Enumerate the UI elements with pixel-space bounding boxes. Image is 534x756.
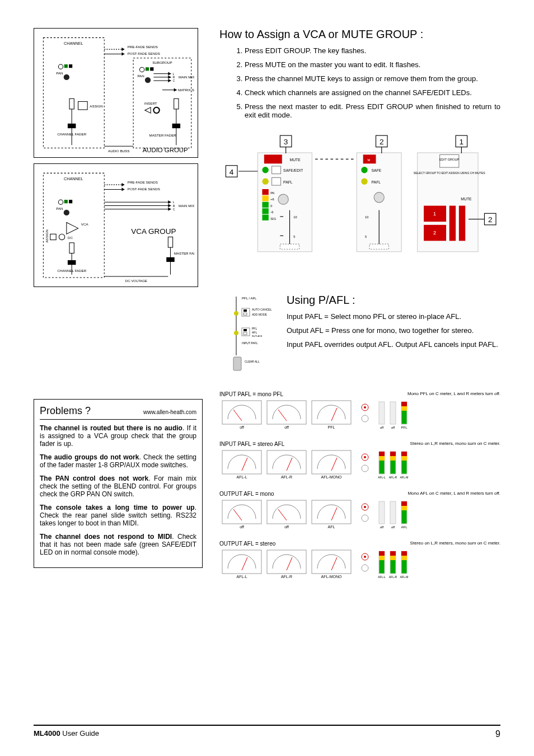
svg-rect-136: [369, 244, 388, 249]
svg-rect-233: [401, 506, 407, 510]
svg-text:3: 3: [284, 138, 288, 146]
svg-rect-204: [379, 452, 385, 456]
problems-url: www.allen-heath.com: [143, 409, 196, 415]
svg-point-182: [362, 415, 368, 422]
pafl-para: Output AFL = Press one for mono, two tog…: [287, 326, 500, 335]
svg-rect-57: [64, 200, 68, 203]
svg-text:MATRIX SEND: MATRIX SEND: [178, 88, 194, 92]
svg-text:MUTE: MUTE: [290, 158, 301, 162]
svg-text:AFL-R: AFL-R: [389, 476, 397, 479]
svg-marker-54: [121, 187, 124, 191]
vca-group-diagram: CHANNEL PRE-FADE SENDS POST-FADE SENDS P…: [34, 163, 198, 287]
svg-text:VCA GROUP: VCA GROUP: [131, 227, 176, 236]
svg-rect-81: [168, 237, 172, 247]
footer-page: 9: [495, 729, 500, 739]
svg-rect-102: [272, 166, 281, 174]
svg-marker-64: [168, 204, 171, 207]
svg-rect-105: [272, 177, 281, 185]
svg-rect-39: [78, 101, 88, 110]
meter-row: off off AFL off off AFL: [219, 499, 427, 530]
svg-rect-11: [69, 64, 72, 68]
svg-point-132: [374, 192, 384, 203]
svg-rect-16: [150, 67, 153, 71]
svg-rect-253: [390, 556, 396, 560]
meter-title-l: INPUT PAFL = stereo AFL: [219, 441, 284, 447]
step-item: Press the next master to edit. Press EDI…: [245, 102, 500, 119]
vca-mute-title: How to Assign a VCA or MUTE GROUP :: [219, 28, 500, 41]
svg-text:POST-FADE SENDS: POST-FADE SENDS: [128, 51, 160, 55]
meter-title-l: OUTPUT AFL = mono: [219, 491, 274, 497]
svg-text:M: M: [368, 158, 371, 162]
svg-marker-3: [121, 48, 124, 51]
svg-marker-24: [168, 79, 171, 82]
problem-item: The audio groups do not work. Check the …: [40, 453, 196, 469]
problems-title: Problems ?: [40, 405, 91, 417]
svg-text:C: C: [173, 79, 175, 82]
svg-point-128: [361, 167, 367, 173]
svg-text:SIG: SIG: [270, 217, 276, 220]
svg-rect-169: [233, 357, 241, 370]
svg-text:CHANNEL: CHANNEL: [64, 176, 83, 181]
svg-point-117: [278, 194, 288, 204]
svg-marker-51: [121, 183, 124, 186]
svg-text:SAFE/EDIT: SAFE/EDIT: [283, 168, 303, 172]
svg-text:L: L: [173, 200, 175, 204]
svg-point-18: [145, 77, 151, 83]
svg-text:5: 5: [365, 235, 367, 238]
svg-text:DC: DC: [68, 235, 73, 239]
svg-rect-157: [243, 309, 247, 312]
svg-point-73: [59, 234, 64, 240]
svg-marker-62: [168, 200, 171, 204]
problem-item: The channel does not respond to MIDI. Ch…: [40, 533, 196, 556]
svg-rect-147: [459, 206, 465, 241]
svg-text:4: 4: [229, 168, 234, 176]
svg-text:VCA: VCA: [81, 222, 89, 226]
svg-text:CHANNEL FADER: CHANNEL FADER: [57, 268, 86, 272]
svg-text:AUTO CANCEL: AUTO CANCEL: [252, 308, 272, 311]
svg-rect-77: [69, 243, 74, 253]
svg-text:R: R: [173, 76, 175, 79]
svg-text:AFL-MONO: AFL-MONO: [321, 575, 343, 579]
svg-text:PAFL: PAFL: [283, 180, 293, 184]
svg-text:INSERT: INSERT: [144, 101, 157, 105]
svg-rect-123: [280, 244, 299, 249]
svg-text:PK: PK: [270, 191, 275, 195]
pafl-buttons-diagram: PFL / AFL AUTO CANCEL ADD MODE PFL: [219, 294, 281, 380]
meter-row: off off PFL off off PFL: [219, 400, 427, 430]
svg-point-130: [361, 179, 367, 185]
svg-rect-208: [390, 452, 396, 456]
svg-point-9: [58, 64, 63, 69]
step-item: Press the channel MUTE keys to assign or…: [245, 74, 500, 83]
step-item: Press MUTE on the master you want to edi…: [245, 60, 500, 69]
meter-section: INPUT PAFL = mono PFL Mono PFL on C mete…: [219, 391, 500, 582]
svg-text:10: 10: [365, 215, 368, 219]
problem-item: The PAN control does not work. For main …: [40, 475, 196, 498]
svg-rect-115: [262, 215, 268, 220]
svg-text:AFL: AFL: [252, 331, 257, 334]
svg-text:AFL-L: AFL-L: [378, 575, 386, 579]
footer-product: ML4000: [34, 729, 60, 738]
svg-text:ASSIGN: ASSIGN: [90, 104, 103, 108]
svg-text:C: C: [173, 208, 175, 211]
svg-text:-6: -6: [270, 210, 273, 214]
svg-text:10: 10: [293, 215, 297, 219]
vca-mute-steps: Press EDIT GROUP. The key flashes. Press…: [219, 46, 500, 119]
svg-text:ADD MODE: ADD MODE: [252, 313, 268, 316]
svg-rect-58: [69, 200, 72, 203]
svg-rect-257: [401, 556, 407, 560]
pafl-para: Input PAFL = Select mono PFL or stereo i…: [287, 312, 500, 321]
problem-item: The channel is routed but there is no au…: [40, 424, 196, 448]
svg-rect-163: [243, 329, 247, 331]
meter-title-r: Mono PFL on C meter, L and R meters turn…: [407, 391, 500, 397]
svg-text:PFL: PFL: [252, 327, 257, 330]
svg-rect-189: [401, 406, 407, 411]
svg-rect-15: [146, 67, 149, 71]
svg-text:PAN: PAN: [137, 74, 144, 78]
svg-rect-185: [390, 402, 396, 424]
svg-text:AFL-L: AFL-L: [236, 475, 247, 479]
svg-rect-205: [379, 456, 385, 461]
svg-point-246: [362, 565, 368, 571]
svg-point-245: [364, 556, 366, 558]
svg-rect-41: [69, 98, 74, 109]
svg-text:PAN: PAN: [56, 71, 63, 75]
